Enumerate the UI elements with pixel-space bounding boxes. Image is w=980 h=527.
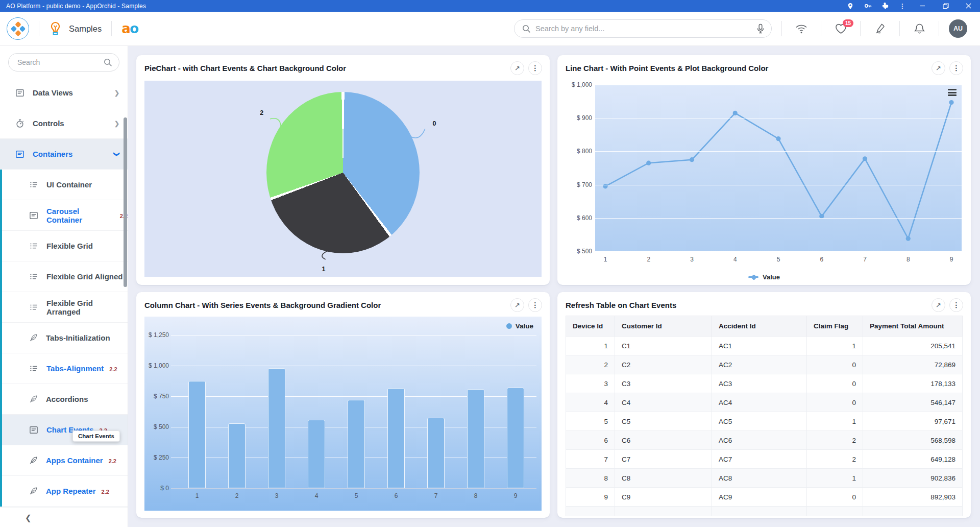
minimize-button[interactable]: [911, 0, 934, 12]
sidebar-item-accordions[interactable]: Accordions: [2, 384, 128, 415]
card-menu-button[interactable]: ⋮: [949, 61, 963, 75]
app-launcher-button[interactable]: [7, 17, 29, 40]
favorites-icon[interactable]: 15: [831, 23, 850, 34]
sidebar-item-label: Data Views: [33, 88, 73, 97]
stopwatch-icon: [15, 118, 25, 129]
global-search-input[interactable]: [535, 25, 756, 33]
sidebar-item-flexible-grid-arranged[interactable]: Flexible Grid Arranged: [2, 292, 128, 323]
sidebar-item-apps-container[interactable]: Apps Container2.2: [2, 445, 128, 476]
lightbulb-icon[interactable]: [49, 21, 62, 36]
x-axis-tick-label: 2: [647, 256, 650, 263]
pie-chart[interactable]: [266, 92, 420, 253]
sidebar-scrollbar[interactable]: [124, 117, 127, 287]
expand-button[interactable]: ↗: [510, 61, 524, 75]
column-header-claim-flag[interactable]: Claim Flag: [807, 316, 863, 337]
table-cell: 4: [566, 393, 615, 412]
user-avatar[interactable]: AU: [949, 19, 967, 38]
sidebar-collapse-button[interactable]: ❮: [0, 508, 128, 527]
table-cell: [566, 507, 615, 516]
data-point[interactable]: [863, 156, 867, 161]
table-row: 3C3AC30178,133: [566, 374, 963, 393]
location-icon[interactable]: [842, 0, 859, 12]
key-icon[interactable]: [859, 0, 876, 12]
data-table: Device IdCustomer IdAccident IdClaim Fla…: [566, 316, 963, 516]
header-divider: [111, 21, 112, 36]
data-point[interactable]: [690, 157, 694, 162]
table-cell: 0: [807, 488, 863, 507]
column-header-payment-total-amount[interactable]: Payment Total Amount: [863, 316, 963, 337]
gridline: [595, 118, 962, 118]
card-menu-button[interactable]: ⋮: [949, 298, 963, 312]
bar-3[interactable]: [268, 368, 285, 488]
card-menu-button[interactable]: ⋮: [528, 61, 542, 75]
expand-button[interactable]: ↗: [932, 298, 945, 312]
global-search[interactable]: [514, 19, 772, 38]
card-menu-button[interactable]: ⋮: [528, 298, 542, 312]
column-header-accident-id[interactable]: Accident Id: [712, 316, 807, 337]
sidebar-item-flexible-grid-aligned[interactable]: Flexible Grid Aligned: [2, 261, 128, 292]
bar-6[interactable]: [387, 388, 405, 488]
expand-button[interactable]: ↗: [510, 298, 524, 312]
legend[interactable]: Value: [566, 273, 963, 281]
data-point[interactable]: [733, 111, 738, 115]
x-axis-tick-label: 1: [604, 256, 607, 263]
sidebar-item-data-views[interactable]: Data Views❯: [0, 78, 128, 108]
sidebar-item-flexible-grid[interactable]: Flexible Grid: [2, 231, 128, 261]
bar-2[interactable]: [228, 423, 246, 488]
column-header-customer-id[interactable]: Customer Id: [615, 316, 712, 337]
sidebar-item-carousel-container[interactable]: Carousel Container2.2: [2, 200, 128, 231]
sidebar-item-tabs-initialization[interactable]: Tabs-Initialization: [2, 323, 128, 353]
x-axis-tick-label: 3: [275, 492, 279, 499]
line-plot-area[interactable]: [595, 85, 962, 251]
bar-4[interactable]: [308, 420, 325, 488]
table-cell: AC6: [712, 431, 807, 450]
data-point[interactable]: [776, 136, 780, 141]
table-row: 7C7AC72649,128: [566, 450, 963, 469]
header-divider: [781, 21, 782, 36]
sidebar-item-label: Flexible Grid Arranged: [46, 299, 128, 316]
signature-pen-icon[interactable]: [870, 23, 890, 34]
notifications-bell-icon[interactable]: [910, 23, 929, 35]
sidebar-item-controls[interactable]: Controls❯: [0, 108, 128, 139]
table-cell: 72,869: [863, 355, 963, 374]
sidebar-item-containers[interactable]: Containers❯: [0, 139, 128, 170]
data-point[interactable]: [906, 236, 911, 241]
data-table-container[interactable]: Device IdCustomer IdAccident IdClaim Fla…: [566, 316, 963, 516]
table-cell: C3: [615, 374, 712, 393]
pie-plot-area[interactable]: 012: [144, 81, 542, 277]
sidebar-search-input[interactable]: [17, 58, 104, 66]
x-axis-tick-label: 3: [690, 256, 694, 263]
data-point[interactable]: [646, 161, 651, 165]
close-button[interactable]: [957, 0, 980, 12]
sidebar-item-ui-container[interactable]: UI Container: [2, 170, 128, 200]
expand-button[interactable]: ↗: [932, 61, 945, 75]
chart-context-menu-icon[interactable]: [948, 89, 957, 96]
sidebar-search[interactable]: [8, 53, 119, 71]
table-cell: AC7: [712, 450, 807, 469]
card-title: Column Chart - With Series Events & Back…: [144, 301, 381, 309]
y-axis-tick-label: $ 500: [566, 248, 592, 255]
column-plot-area[interactable]: Value $ 0$ 250$ 500$ 750$ 1,000$ 1,25012…: [144, 317, 542, 511]
column-header-device-id[interactable]: Device Id: [566, 316, 615, 337]
sidebar-item-tabs-alignment[interactable]: Tabs-Alignment2.2: [2, 353, 128, 384]
table-cell: 892,903: [863, 488, 963, 507]
connectivity-icon[interactable]: [792, 24, 811, 34]
restore-button[interactable]: [934, 0, 957, 12]
bar-5[interactable]: [348, 400, 365, 488]
sidebar-item-app-repeater[interactable]: App Repeater2.2: [2, 476, 128, 507]
sidebar-item-label: App Repeater: [46, 487, 96, 495]
data-point[interactable]: [949, 100, 953, 105]
bar-9[interactable]: [507, 388, 524, 488]
sidebar-item-label: Tabs-Initialization: [46, 333, 110, 342]
microphone-icon[interactable]: [756, 23, 765, 34]
bar-8[interactable]: [467, 389, 484, 488]
browser-menu-icon[interactable]: ⋮: [894, 0, 911, 12]
legend[interactable]: Value: [506, 322, 533, 330]
x-axis-tick-label: 5: [355, 492, 358, 499]
bar-7[interactable]: [427, 418, 445, 488]
apporchid-logo: ao: [121, 21, 138, 36]
bar-1[interactable]: [188, 381, 206, 488]
extensions-icon[interactable]: [876, 0, 894, 12]
table-cell: 1: [807, 469, 863, 488]
table-cell: AC4: [712, 393, 807, 412]
